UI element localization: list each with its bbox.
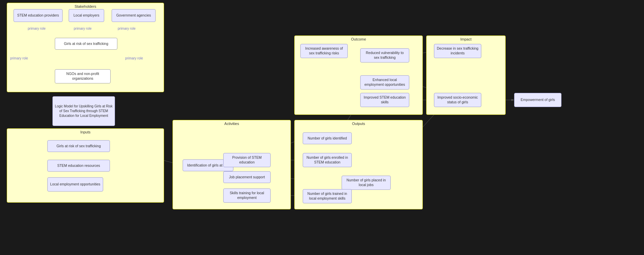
reduced-vulnerability-node: Reduced vulnerability to sex trafficking xyxy=(360,48,409,62)
increased-awareness-node: Increased awareness of sex trafficking r… xyxy=(300,44,348,58)
outcome-label: Outcome xyxy=(351,37,366,41)
stem-resources-node: STEM education resources xyxy=(47,160,110,172)
girls-at-risk-stakeholder-node: Girls at risk of sex trafficking xyxy=(55,38,117,50)
primary-role-label-1: primary role xyxy=(28,27,46,30)
num-placed-node: Number of girls placed in local jobs xyxy=(342,176,391,190)
gov-agencies-node: Government agencies xyxy=(112,9,156,22)
job-placement-node: Job placement support xyxy=(223,171,271,183)
activities-label: Activities xyxy=(224,122,239,126)
num-identified-node: Number of girls identified xyxy=(303,132,352,144)
logic-model-box: Logic Model for Upskilling Girls at Risk… xyxy=(52,96,115,126)
enhanced-employment-node: Enhanced local employment opportunities xyxy=(360,75,409,90)
outputs-label: Outputs xyxy=(352,122,365,126)
improved-stem-node: Improved STEM education skills xyxy=(360,93,409,107)
local-employment-node: Local employment opportunities xyxy=(47,177,103,192)
empowerment-node: Empowerment of girls xyxy=(514,93,561,107)
stem-providers-node: STEM education providers xyxy=(14,9,63,22)
stakeholders-label: Stakeholders xyxy=(74,4,96,8)
skills-training-node: Skills training for local employment xyxy=(223,188,271,203)
primary-role-label-3: primary role xyxy=(118,27,136,30)
girls-at-risk-input-node: Girls at risk of sex trafficking xyxy=(47,140,110,152)
local-employers-node: Local employers xyxy=(69,9,104,22)
inputs-label: Inputs xyxy=(80,130,91,134)
decrease-incidents-node: Decrease in sex trafficking incidents xyxy=(434,44,481,58)
impact-label: Impact xyxy=(460,37,472,41)
diagram-container: Stakeholders STEM education providers Lo… xyxy=(0,0,644,255)
ngos-node: NGOs and non-profit organizations xyxy=(55,69,111,83)
provision-stem-node: Provision of STEM education xyxy=(223,153,271,167)
num-trained-node: Number of girls trained in local employm… xyxy=(303,189,352,203)
improved-socioeconomic-node: Improved socio-economic status of girls xyxy=(434,93,481,107)
primary-role-label-4: primary role xyxy=(10,56,28,60)
primary-role-label-2: primary role xyxy=(74,27,92,30)
num-enrolled-node: Number of girls enrolled in STEM educati… xyxy=(303,153,352,167)
primary-role-label-5: primary role xyxy=(125,56,143,60)
